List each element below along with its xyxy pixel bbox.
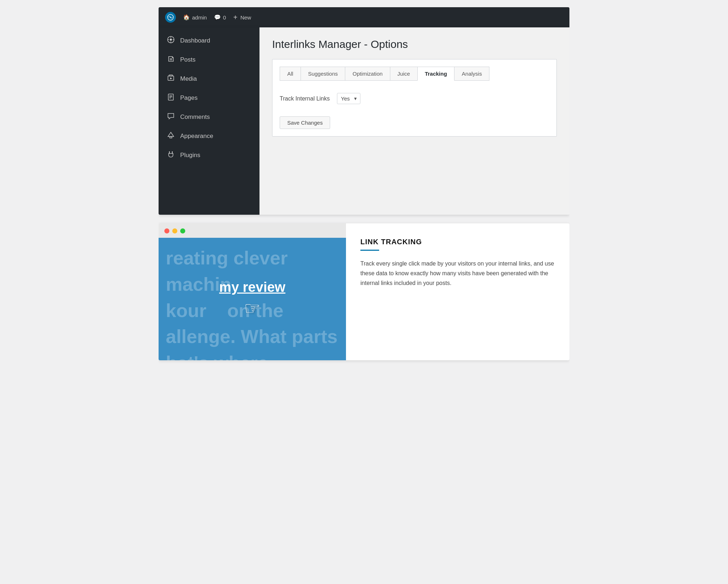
appearance-label: Appearance	[180, 133, 213, 140]
new-label: New	[240, 14, 251, 21]
media-icon	[167, 74, 175, 83]
wp-main-wrapper: Dashboard Posts Media	[159, 27, 569, 215]
posts-label: Posts	[180, 56, 196, 63]
dashboard-icon	[167, 36, 175, 45]
content-area: Interlinks Manager - Options All Suggest…	[259, 27, 569, 215]
track-internal-links-label: Track Internal Links	[280, 95, 330, 102]
link-tracking-title: LINK TRACKING	[360, 238, 555, 246]
wp-logo	[165, 12, 176, 23]
admin-label: admin	[192, 14, 207, 21]
tab-tracking[interactable]: Tracking	[417, 67, 455, 81]
sidebar-item-dashboard[interactable]: Dashboard	[159, 31, 259, 50]
link-tracking-description: Track every single click made by your vi…	[360, 259, 555, 288]
link-tracking-divider	[360, 250, 379, 251]
media-label: Media	[180, 75, 197, 83]
tab-juice[interactable]: Juice	[390, 67, 418, 81]
sidebar-item-pages[interactable]: Pages	[159, 88, 259, 107]
posts-icon	[167, 55, 175, 64]
cursor-icon: ☞	[219, 298, 285, 319]
tab-suggestions[interactable]: Suggestions	[301, 67, 346, 81]
track-select-wrapper: Yes No ▼	[337, 93, 360, 104]
comments-button[interactable]: 💬 0	[214, 14, 226, 21]
track-internal-links-select[interactable]: Yes No	[337, 93, 360, 104]
wp-logo-button[interactable]	[165, 12, 176, 23]
review-link: my review	[219, 280, 285, 295]
browser-content: reating clever machin kour on the alleng…	[159, 238, 346, 360]
svg-point-1	[170, 17, 171, 18]
plus-icon: +	[233, 13, 238, 22]
bottom-section: reating clever machin kour on the alleng…	[159, 223, 569, 360]
browser-mockup: reating clever machin kour on the alleng…	[159, 223, 346, 360]
browser-center: my review ☞	[219, 280, 285, 319]
tab-all[interactable]: All	[280, 67, 301, 81]
tabs-row: All Suggestions Optimization Juice Track…	[280, 67, 549, 81]
tabs-container: All Suggestions Optimization Juice Track…	[272, 59, 557, 137]
svg-marker-6	[170, 77, 172, 79]
svg-point-3	[170, 39, 172, 41]
pages-icon	[167, 93, 175, 102]
comments-count: 0	[223, 14, 226, 21]
save-changes-button[interactable]: Save Changes	[280, 116, 330, 129]
sidebar-item-appearance[interactable]: Appearance	[159, 126, 259, 146]
sidebar-item-posts[interactable]: Posts	[159, 50, 259, 69]
right-panel: LINK TRACKING Track every single click m…	[346, 223, 569, 360]
sidebar: Dashboard Posts Media	[159, 27, 259, 215]
tab-optimization[interactable]: Optimization	[345, 67, 390, 81]
pages-label: Pages	[180, 94, 197, 102]
browser-titlebar	[159, 228, 346, 238]
new-content-button[interactable]: + New	[233, 13, 251, 22]
comments-icon: 💬	[214, 14, 221, 21]
sidebar-item-plugins[interactable]: Plugins	[159, 146, 259, 165]
comments-sidebar-icon	[167, 112, 175, 121]
track-internal-links-row: Track Internal Links Yes No ▼	[280, 89, 549, 108]
admin-bar: 🏠 admin 💬 0 + New	[159, 7, 569, 27]
browser-dot-green	[180, 228, 185, 233]
browser-dot-red	[164, 228, 169, 233]
admin-home-button[interactable]: 🏠 admin	[183, 14, 207, 21]
dashboard-label: Dashboard	[180, 37, 210, 44]
appearance-icon	[167, 131, 175, 141]
plugins-icon	[167, 151, 175, 160]
svg-rect-5	[169, 75, 173, 76]
comments-label: Comments	[180, 113, 210, 121]
tab-analysis[interactable]: Analysis	[454, 67, 489, 81]
sidebar-item-comments[interactable]: Comments	[159, 107, 259, 126]
sidebar-item-media[interactable]: Media	[159, 69, 259, 88]
svg-rect-8	[170, 137, 172, 138]
browser-dot-yellow	[172, 228, 177, 233]
page-title: Interlinks Manager - Options	[272, 38, 557, 50]
plugins-label: Plugins	[180, 152, 200, 159]
home-icon: 🏠	[183, 14, 190, 21]
